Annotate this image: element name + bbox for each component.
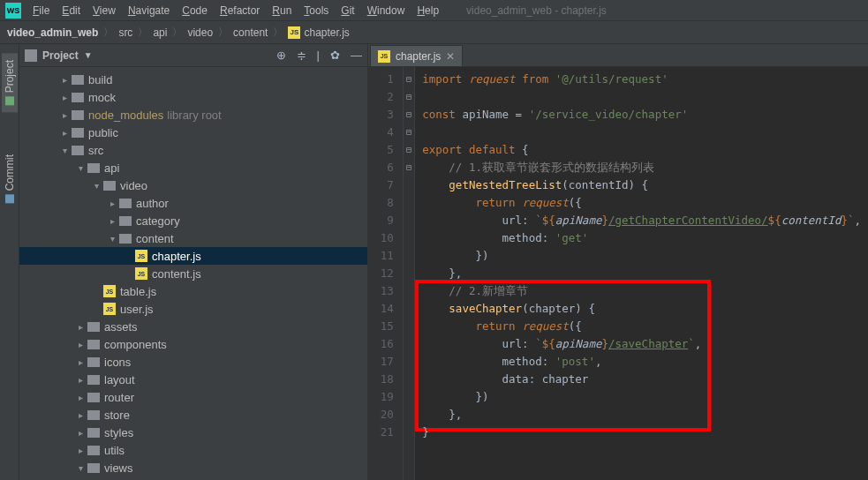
expand-icon[interactable]: ▸ [74, 410, 87, 420]
code-line[interactable]: getNestedTreeList(contentId) { [422, 176, 861, 194]
menu-navigate[interactable]: Navigate [122, 3, 176, 19]
code-line[interactable]: method: 'post', [422, 353, 861, 371]
tree-file[interactable]: JSchapter.js [19, 247, 367, 265]
tree-folder[interactable]: ▾views [19, 459, 367, 476]
expand-icon[interactable]: ▸ [74, 428, 87, 438]
expand-icon[interactable]: ▸ [74, 322, 87, 332]
expand-icon[interactable]: ▸ [58, 128, 71, 138]
line-number[interactable]: 16 [368, 335, 394, 353]
fold-toggle-icon[interactable]: ⊟ [404, 106, 415, 124]
code-editor[interactable]: import request from '@/utils/request' co… [415, 67, 868, 480]
line-number[interactable]: 4 [368, 124, 394, 141]
tree-folder[interactable]: ▸layout [19, 371, 367, 388]
line-number[interactable]: 19 [368, 388, 394, 406]
expand-icon[interactable]: ▸ [74, 446, 87, 455]
code-line[interactable]: }) [422, 388, 861, 406]
tree-folder[interactable]: ▸assets [19, 318, 367, 335]
code-line[interactable]: url: `${apiName}/saveChapter`, [422, 335, 861, 353]
line-number[interactable]: 20 [368, 406, 394, 424]
menu-window[interactable]: Window [361, 3, 411, 19]
tree-file[interactable]: JStable.js [19, 282, 367, 300]
tree-folder[interactable]: ▸public [19, 124, 367, 141]
fold-toggle-icon[interactable]: ⊟ [404, 71, 415, 88]
dropdown-arrow-icon[interactable]: ▼ [84, 50, 93, 60]
hide-panel-icon[interactable]: — [351, 49, 362, 62]
tree-folder[interactable]: ▸utils [19, 441, 367, 459]
tree-folder[interactable]: ▸components [19, 335, 367, 353]
code-line[interactable]: }, [422, 265, 861, 282]
code-line[interactable]: url: `${apiName}/getChapterContentVideo/… [422, 212, 861, 229]
line-number[interactable]: 13 [368, 282, 394, 300]
expand-icon[interactable]: ▸ [74, 340, 87, 349]
expand-icon[interactable]: ▸ [106, 199, 118, 208]
collapse-icon[interactable]: ▾ [90, 181, 102, 191]
line-number[interactable]: 15 [368, 318, 394, 335]
code-line[interactable]: return request({ [422, 194, 861, 212]
menu-tools[interactable]: Tools [298, 3, 335, 19]
line-number[interactable]: 14 [368, 300, 394, 318]
line-number[interactable]: 12 [368, 265, 394, 282]
close-icon[interactable]: ✕ [446, 50, 455, 63]
breadcrumb-file[interactable]: JS chapter.js [288, 26, 349, 39]
locate-icon[interactable]: ⊕ [276, 49, 286, 62]
code-line[interactable] [422, 124, 861, 141]
line-number[interactable]: 8 [368, 194, 394, 212]
code-line[interactable]: const apiName = '/service_video/chapter' [422, 106, 861, 124]
line-number[interactable]: 6 [368, 159, 394, 176]
line-number-gutter[interactable]: 123456789101112131415161718192021 [368, 67, 404, 480]
line-number[interactable]: 2 [368, 88, 394, 106]
line-number[interactable]: 11 [368, 247, 394, 265]
code-line[interactable]: // 1.获取章节嵌套形式的数据结构列表 [422, 159, 861, 176]
fold-toggle-icon[interactable]: ⊟ [404, 159, 415, 176]
menu-file[interactable]: File [26, 3, 56, 19]
tree-folder[interactable]: ▸icons [19, 353, 367, 371]
tree-folder[interactable]: ▾video [19, 176, 367, 194]
line-number[interactable]: 9 [368, 212, 394, 229]
tree-folder[interactable]: ▸author [19, 194, 367, 212]
tree-folder[interactable]: ▸store [19, 406, 367, 424]
menu-refactor[interactable]: Refactor [214, 3, 266, 19]
editor-tab[interactable]: JS chapter.js ✕ [370, 45, 463, 66]
project-tree[interactable]: ▸build▸mock▸node_moduleslibrary root▸pub… [19, 67, 367, 480]
fold-toggle-icon[interactable]: ⊟ [404, 124, 415, 141]
tree-file[interactable]: JScontent.js [19, 265, 367, 282]
code-line[interactable]: // 2.新增章节 [422, 282, 861, 300]
line-number[interactable]: 21 [368, 424, 394, 441]
tree-folder[interactable]: ▸build [19, 71, 367, 88]
expand-icon[interactable]: ▸ [58, 93, 71, 102]
tree-file[interactable]: JSuser.js [19, 300, 367, 318]
tree-folder[interactable]: ▾api [19, 159, 367, 176]
breadcrumb-item[interactable]: content [233, 26, 268, 39]
breadcrumb-item[interactable]: src [118, 26, 132, 39]
line-number[interactable]: 10 [368, 229, 394, 247]
collapse-icon[interactable]: ▾ [58, 146, 71, 155]
menu-edit[interactable]: Edit [56, 3, 87, 19]
tree-folder[interactable]: ▸category [19, 212, 367, 229]
line-number[interactable]: 1 [368, 71, 394, 88]
menu-git[interactable]: Git [335, 3, 360, 19]
settings-gear-icon[interactable]: ✿ [330, 49, 340, 62]
breadcrumb-item[interactable]: video [187, 26, 213, 39]
code-line[interactable]: }) [422, 247, 861, 265]
tree-folder[interactable]: ▸router [19, 388, 367, 406]
code-line[interactable]: method: 'get' [422, 229, 861, 247]
tree-folder[interactable]: ▾src [19, 141, 367, 159]
tree-folder[interactable]: ▸mock [19, 88, 367, 106]
tree-folder[interactable]: ▸styles [19, 424, 367, 441]
breadcrumb-item[interactable]: api [153, 26, 167, 39]
tool-tab-commit[interactable]: Commit [2, 147, 18, 210]
collapse-icon[interactable]: ▾ [74, 163, 87, 173]
line-number[interactable]: 5 [368, 141, 394, 159]
collapse-icon[interactable]: ▾ [74, 463, 87, 473]
tool-tab-project[interactable]: Project [2, 53, 18, 112]
menu-view[interactable]: View [87, 3, 122, 19]
code-line[interactable] [422, 88, 861, 106]
expand-icon[interactable]: ▸ [74, 357, 87, 367]
line-number[interactable]: 7 [368, 176, 394, 194]
line-number[interactable]: 18 [368, 371, 394, 388]
line-number[interactable]: 17 [368, 353, 394, 371]
breadcrumb-project[interactable]: video_admin_web [7, 26, 98, 39]
tree-folder[interactable]: ▾content [19, 229, 367, 247]
expand-icon[interactable]: ▸ [74, 375, 87, 385]
code-line[interactable]: }, [422, 406, 861, 424]
